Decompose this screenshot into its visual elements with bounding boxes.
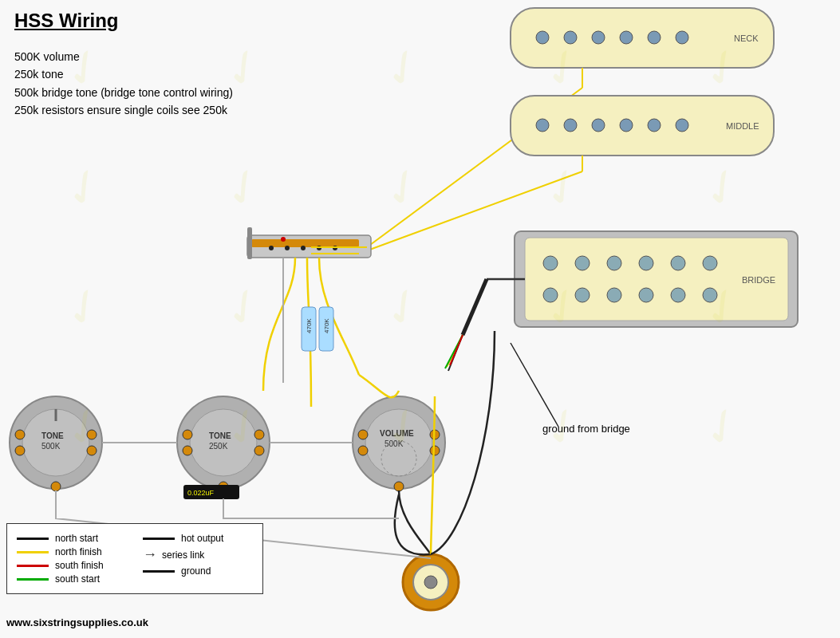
page-title: HSS Wiring [14, 10, 118, 32]
north-start-label: north start [55, 533, 127, 544]
bridge-label: BRIDGE [742, 275, 775, 285]
svg-text:470K: 470K [306, 318, 313, 333]
svg-point-55 [15, 446, 25, 455]
ground-bridge-label: ground from bridge [542, 423, 630, 435]
svg-point-21 [575, 256, 590, 270]
svg-point-63 [183, 430, 192, 439]
svg-point-27 [575, 288, 590, 302]
svg-line-33 [463, 279, 487, 335]
legend-hot-output: hot output [143, 533, 253, 544]
svg-point-40 [269, 246, 274, 250]
info-text: 500K volume 250k tone 500k bridge tone (… [14, 48, 233, 120]
svg-point-1 [536, 31, 549, 44]
svg-point-24 [671, 256, 685, 270]
legend-south-start: south start [17, 573, 127, 585]
svg-rect-39 [251, 239, 359, 247]
ground-label-text: ground [181, 565, 253, 577]
svg-point-4 [620, 31, 633, 44]
svg-point-13 [620, 119, 633, 132]
svg-point-56 [87, 430, 97, 439]
svg-line-37 [450, 335, 463, 365]
svg-point-3 [592, 31, 605, 44]
svg-rect-46 [247, 227, 252, 259]
svg-point-22 [607, 256, 621, 270]
series-link-label: series link [162, 549, 234, 561]
svg-point-45 [281, 237, 286, 242]
south-finish-label: south finish [55, 560, 127, 571]
north-finish-label: north finish [55, 546, 127, 557]
svg-point-58 [51, 482, 61, 491]
info-line3: 500k bridge tone (bridge tone control wi… [14, 84, 233, 101]
svg-point-6 [676, 31, 688, 44]
neck-label: NECK [734, 33, 759, 43]
svg-point-57 [87, 446, 97, 455]
svg-point-15 [676, 119, 688, 132]
svg-point-75 [358, 446, 368, 455]
svg-point-25 [703, 256, 717, 270]
legend-north-finish: north finish [17, 546, 127, 557]
info-line2: 250k tone [14, 65, 233, 83]
svg-point-26 [543, 288, 558, 302]
north-finish-line [17, 551, 49, 553]
svg-point-66 [254, 446, 264, 455]
svg-line-87 [511, 343, 558, 427]
south-start-line [17, 578, 49, 581]
north-start-line [17, 538, 49, 540]
south-start-label: south start [55, 573, 127, 585]
svg-point-28 [607, 288, 621, 302]
svg-text:470K: 470K [323, 318, 330, 333]
ground-line [143, 570, 175, 573]
svg-point-30 [671, 288, 685, 302]
hot-output-line [143, 538, 175, 540]
svg-point-11 [564, 119, 577, 132]
svg-text:0.022uF: 0.022uF [187, 489, 215, 497]
info-line4: 250k resistors ensure single coils see 2… [14, 101, 233, 119]
legend-right: hot output → series link ground [143, 530, 253, 587]
svg-text:500K: 500K [41, 442, 61, 451]
legend-south-finish: south finish [17, 560, 127, 571]
svg-point-41 [285, 246, 290, 250]
svg-text:VOLUME: VOLUME [380, 429, 414, 438]
svg-point-20 [543, 256, 558, 270]
legend-ground: ground [143, 565, 253, 577]
svg-point-29 [639, 288, 653, 302]
svg-point-10 [536, 119, 549, 132]
svg-point-74 [358, 430, 368, 439]
svg-text:250K: 250K [209, 442, 228, 451]
svg-point-2 [564, 31, 577, 44]
svg-point-65 [254, 430, 264, 439]
svg-point-12 [592, 119, 605, 132]
info-line1: 500K volume [14, 48, 233, 65]
legend-north-start: north start [17, 533, 127, 544]
legend-series-link: → series link [143, 546, 253, 563]
svg-point-54 [15, 430, 25, 439]
south-finish-line [17, 565, 49, 567]
website-url: www.sixstringsupplies.co.uk [6, 616, 148, 628]
svg-point-84 [424, 576, 437, 589]
svg-point-5 [648, 31, 661, 44]
svg-point-64 [183, 446, 192, 455]
svg-point-78 [394, 482, 404, 491]
series-link-arrow: → [143, 546, 157, 563]
svg-point-23 [639, 256, 653, 270]
middle-label: MIDDLE [726, 121, 759, 131]
svg-text:500K: 500K [385, 439, 404, 448]
legend: north start north finish south finish so… [6, 523, 263, 594]
hot-output-label: hot output [181, 533, 253, 544]
legend-left: north start north finish south finish so… [17, 530, 127, 587]
svg-text:TONE: TONE [209, 431, 231, 440]
svg-point-42 [301, 246, 306, 250]
svg-point-14 [648, 119, 661, 132]
svg-text:TONE: TONE [41, 431, 64, 440]
svg-point-31 [703, 288, 717, 302]
